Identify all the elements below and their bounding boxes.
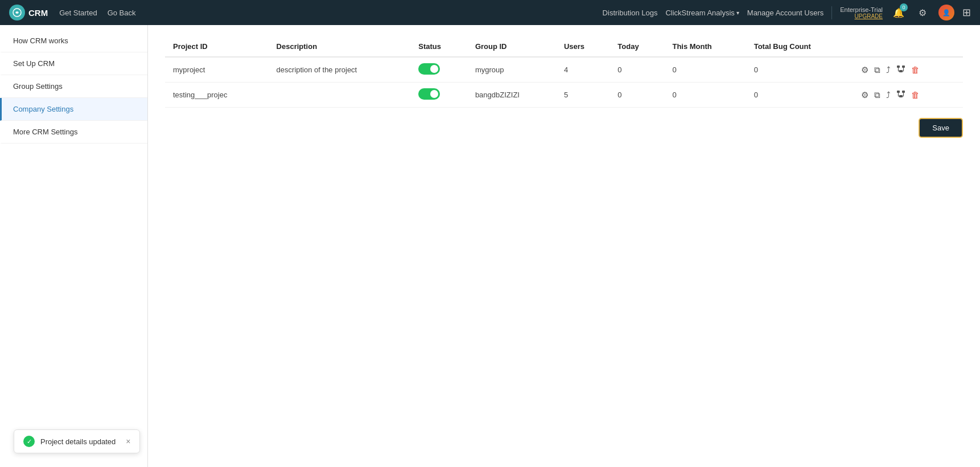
avatar-button[interactable]: 👤 [938, 5, 954, 21]
delete-action-icon[interactable]: 🗑 [911, 65, 920, 75]
table-header-row: Project ID Description Status Group ID U… [165, 36, 963, 57]
upgrade-link[interactable]: UPGRADE [855, 13, 883, 19]
cell-today: 0 [610, 57, 664, 83]
copy-action-icon[interactable]: ⧉ [874, 90, 880, 100]
projects-table: Project ID Description Status Group ID U… [165, 36, 963, 108]
copy-action-icon[interactable]: ⧉ [874, 65, 880, 75]
settings-action-icon[interactable]: ⚙ [861, 90, 868, 100]
topnav-right: Distribution Logs ClickStream Analysis ▾… [603, 5, 971, 21]
svg-rect-1 [897, 65, 900, 68]
sidebar-item-set-up-crm[interactable]: Set Up CRM [0, 52, 147, 75]
top-navigation: CRM Get Started Go Back Distribution Log… [0, 0, 980, 25]
toast-check-icon: ✓ [23, 436, 35, 447]
share-action-icon[interactable]: ⤴ [886, 65, 891, 75]
cell-users: 5 [556, 83, 610, 108]
col-project-id: Project ID [165, 36, 269, 57]
cell-total-bug-count: 0 [746, 57, 854, 83]
cell-project-id: myproject [165, 57, 269, 83]
cell-status[interactable] [410, 83, 467, 108]
toast-message: Project details updated [40, 437, 116, 446]
logo[interactable]: CRM [9, 5, 48, 21]
col-actions [853, 36, 963, 57]
distribution-logs-link[interactable]: Distribution Logs [603, 9, 658, 17]
cell-today: 0 [610, 83, 664, 108]
notifications-button[interactable]: 🔔 0 [891, 5, 907, 21]
sidebar-item-group-settings[interactable]: Group Settings [0, 75, 147, 98]
logo-text: CRM [28, 8, 48, 18]
svg-rect-2 [902, 65, 905, 68]
notification-badge: 0 [900, 3, 908, 11]
clickstream-analysis-link[interactable]: ClickStream Analysis ▾ [665, 9, 739, 17]
cell-this-month: 0 [664, 57, 746, 83]
settings-button[interactable]: ⚙ [915, 5, 930, 21]
cell-group-id: mygroup [467, 57, 556, 83]
gear-icon: ⚙ [919, 7, 927, 18]
col-today: Today [610, 36, 664, 57]
workflow-action-icon[interactable] [896, 89, 905, 100]
sidebar-item-how-crm-works[interactable]: How CRM works [0, 30, 147, 52]
delete-action-icon[interactable]: 🗑 [911, 90, 920, 100]
cell-actions: ⚙ ⧉ ⤴ 🗑 [853, 57, 963, 83]
logo-icon [9, 5, 25, 21]
status-toggle[interactable] [418, 63, 440, 75]
sidebar-item-more-crm-settings[interactable]: More CRM Settings [0, 121, 147, 144]
save-button-wrapper: Save [165, 118, 963, 138]
toast-close-button[interactable]: × [126, 437, 130, 446]
svg-rect-8 [897, 91, 900, 93]
col-group-id: Group ID [467, 36, 556, 57]
workflow-action-icon[interactable] [896, 64, 905, 75]
table-row: myproject description of the project myg… [165, 57, 963, 83]
cell-status[interactable] [410, 57, 467, 83]
manage-account-users-link[interactable]: Manage Account Users [747, 9, 823, 17]
svg-rect-9 [902, 91, 905, 93]
cell-actions: ⚙ ⧉ ⤴ 🗑 [853, 83, 963, 108]
save-button[interactable]: Save [919, 118, 963, 138]
col-status: Status [410, 36, 467, 57]
avatar-icon: 👤 [942, 9, 950, 17]
main-content: Project ID Description Status Group ID U… [148, 25, 980, 467]
cell-this-month: 0 [664, 83, 746, 108]
settings-action-icon[interactable]: ⚙ [861, 65, 868, 75]
apps-button[interactable]: ⊞ [962, 6, 971, 19]
cell-users: 4 [556, 57, 610, 83]
enterprise-block: Enterprise-Trial UPGRADE [831, 6, 883, 19]
get-started-link[interactable]: Get Started [59, 9, 97, 17]
grid-icon: ⊞ [962, 6, 971, 19]
chevron-down-icon: ▾ [736, 10, 739, 16]
cell-total-bug-count: 0 [746, 83, 854, 108]
cell-project-id: testing___projec [165, 83, 269, 108]
cell-description [269, 83, 411, 108]
table-row: testing___projec bangdbZIZIZI 5 0 0 0 ⚙ … [165, 83, 963, 108]
cell-description: description of the project [269, 57, 411, 83]
share-action-icon[interactable]: ⤴ [886, 90, 891, 100]
sidebar-item-company-settings[interactable]: Company Settings [0, 98, 147, 121]
col-description: Description [269, 36, 411, 57]
toast-notification: ✓ Project details updated × [14, 429, 140, 453]
col-this-month: This Month [664, 36, 746, 57]
page-layout: How CRM works Set Up CRM Group Settings … [0, 25, 980, 467]
status-toggle[interactable] [418, 88, 440, 100]
col-users: Users [556, 36, 610, 57]
col-total-bug-count: Total Bug Count [746, 36, 854, 57]
cell-group-id: bangdbZIZIZI [467, 83, 556, 108]
go-back-link[interactable]: Go Back [108, 9, 136, 17]
sidebar: How CRM works Set Up CRM Group Settings … [0, 25, 148, 467]
